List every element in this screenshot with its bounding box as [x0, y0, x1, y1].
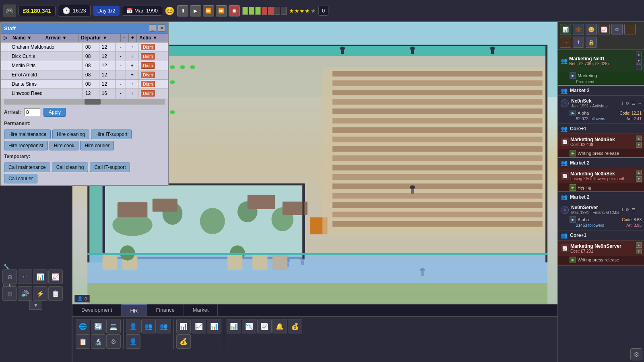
- dismiss-btn[interactable]: Dism: [141, 72, 155, 78]
- neon-server-info[interactable]: ℹ: [621, 208, 623, 212]
- call-cleaning-btn[interactable]: Call cleaning: [52, 162, 89, 172]
- hire-it-support-btn[interactable]: Hire IT-support: [91, 130, 132, 139]
- staff-scroll[interactable]: Graham Maldonado 08 12 - + Dism Dick Cur…: [1, 42, 168, 98]
- cell-minus[interactable]: -: [116, 70, 126, 80]
- fast-btn[interactable]: ⏩: [203, 5, 214, 16]
- hyping-play-btn[interactable]: ▶: [570, 184, 576, 191]
- trend-icon[interactable]: 📈: [599, 24, 610, 35]
- finance-icon-2[interactable]: 📈: [192, 319, 206, 333]
- mkt-neon-up[interactable]: ▲: [636, 136, 642, 141]
- dismiss-btn[interactable]: Dism: [141, 90, 155, 97]
- ne01-up[interactable]: ▲: [636, 51, 642, 57]
- neon-sek-play[interactable]: ▶: [570, 110, 576, 116]
- cell-plus[interactable]: +: [126, 80, 138, 89]
- cell-dismiss[interactable]: Dism: [138, 52, 168, 61]
- cell-dismiss[interactable]: Dism: [138, 43, 168, 52]
- stop-btn[interactable]: ⏹: [229, 5, 240, 16]
- tab-development[interactable]: Development: [72, 304, 122, 316]
- lock-icon[interactable]: 🔒: [586, 37, 597, 48]
- cell-minus[interactable]: -: [116, 52, 126, 61]
- hr-icon-4[interactable]: 👤: [126, 334, 140, 349]
- hire-cleaning-btn[interactable]: Hire cleaning: [52, 130, 89, 139]
- cell-dismiss[interactable]: Dism: [138, 89, 168, 98]
- menu-icon[interactable]: 🎮: [3, 4, 16, 17]
- col-name[interactable]: Name ▼: [10, 34, 43, 42]
- neon-server-play[interactable]: ▶: [570, 216, 576, 223]
- dev-icon-1[interactable]: 🌐: [76, 319, 90, 333]
- col-action[interactable]: Actio ▼: [137, 34, 168, 42]
- cell-minus[interactable]: -: [116, 61, 126, 70]
- tool-8[interactable]: 📋: [48, 286, 63, 301]
- cell-plus[interactable]: +: [126, 89, 138, 98]
- col-minus[interactable]: -: [120, 34, 128, 42]
- arrow-right-1[interactable]: →: [624, 24, 636, 35]
- hire-receptionist-btn[interactable]: Hire receptionist: [4, 141, 48, 150]
- cell-dismiss[interactable]: Dism: [138, 61, 168, 70]
- writing-server-play-btn[interactable]: ▶: [570, 257, 576, 263]
- dev-icon-4[interactable]: 📋: [76, 334, 90, 349]
- cell-plus[interactable]: +: [126, 61, 138, 70]
- market-icon-2[interactable]: 📉: [242, 319, 256, 333]
- arrow-up-icon[interactable]: ⬆: [573, 37, 584, 48]
- neon-server-menu[interactable]: ☰: [632, 208, 635, 212]
- writing-play-btn[interactable]: ▶: [570, 150, 576, 156]
- col-plus[interactable]: +: [128, 34, 136, 42]
- dismiss-btn[interactable]: Dism: [141, 44, 155, 50]
- dismiss-btn[interactable]: Dism: [141, 62, 155, 69]
- dev-icon-5[interactable]: 🔬: [91, 334, 105, 349]
- settings-icon[interactable]: ⚙: [611, 24, 623, 35]
- cell-minus[interactable]: -: [116, 80, 126, 89]
- tab-market[interactable]: Market: [184, 304, 218, 316]
- play-btn[interactable]: ▶: [190, 5, 201, 16]
- cell-plus[interactable]: +: [126, 70, 138, 80]
- hire-cook-btn[interactable]: Hire cook: [50, 141, 79, 150]
- pause-btn[interactable]: ⏸: [177, 5, 188, 16]
- hr-icon-3[interactable]: 👥: [157, 319, 171, 333]
- market-icon-1[interactable]: 📊: [227, 319, 241, 333]
- scrollbar-thumb[interactable]: [85, 99, 101, 105]
- tool-6[interactable]: 🔊: [18, 286, 32, 301]
- market-icon-3[interactable]: 📈: [257, 319, 272, 333]
- neon-sek-settings[interactable]: ⚙: [625, 101, 629, 105]
- mkt-server-down[interactable]: ▼: [636, 249, 642, 254]
- cell-plus[interactable]: +: [126, 43, 138, 52]
- neon-server-arrow[interactable]: →: [638, 208, 642, 212]
- close-btn[interactable]: ✕: [158, 25, 165, 32]
- cell-minus[interactable]: -: [116, 43, 126, 52]
- mkt-losing-up[interactable]: ▲: [636, 170, 642, 175]
- dev-icon-2[interactable]: 🔄: [91, 319, 105, 333]
- cell-dismiss[interactable]: Dism: [138, 70, 168, 80]
- staff-scrollbar-h[interactable]: [4, 99, 165, 105]
- tool-3[interactable]: 📊: [33, 269, 47, 284]
- finance-icon-1[interactable]: 📊: [176, 319, 191, 333]
- hr-icon-1[interactable]: 👤: [126, 319, 140, 333]
- apply-btn[interactable]: Apply: [43, 108, 66, 117]
- face-icon[interactable]: 😊: [586, 24, 597, 35]
- call-maintenance-btn[interactable]: Call maintenance: [4, 162, 50, 172]
- chart-icon[interactable]: 📊: [560, 24, 571, 35]
- neon-sek-arrow[interactable]: →: [638, 101, 642, 105]
- tool-1[interactable]: ⊕: [2, 269, 17, 284]
- arrow-right-2[interactable]: →: [560, 37, 571, 48]
- tool-7[interactable]: ⚡: [33, 286, 47, 301]
- tool-4[interactable]: 📈: [48, 269, 63, 284]
- finance-icon-3[interactable]: 📊: [207, 319, 221, 333]
- hr-icon-2[interactable]: 👥: [141, 319, 156, 333]
- market-icon-4[interactable]: 🔔: [272, 319, 287, 333]
- mkt-neon-down[interactable]: ▼: [636, 142, 642, 148]
- ne01-expand[interactable]: ⋯: [636, 64, 642, 70]
- cell-dismiss[interactable]: Dism: [138, 80, 168, 89]
- ne01-down[interactable]: ▼: [636, 58, 642, 64]
- tab-hr[interactable]: HR: [122, 304, 147, 316]
- tool-2[interactable]: ↔: [18, 269, 32, 284]
- nav-down-icon[interactable]: ▼: [29, 301, 42, 310]
- hire-maintenance-btn[interactable]: Hire maintenance: [4, 130, 51, 139]
- mkt-server-up[interactable]: ▲: [636, 242, 642, 248]
- col-arrival[interactable]: Arrival ▼: [43, 34, 78, 42]
- tool-5[interactable]: ⊞: [2, 286, 17, 301]
- neon-sek-info[interactable]: ℹ: [621, 101, 623, 105]
- neon-server-settings[interactable]: ⚙: [625, 208, 629, 212]
- dev-icon-3[interactable]: 💻: [106, 319, 121, 333]
- hire-courier-btn[interactable]: Hire courier: [80, 141, 114, 150]
- dev-icon-6[interactable]: ⚙: [106, 334, 121, 349]
